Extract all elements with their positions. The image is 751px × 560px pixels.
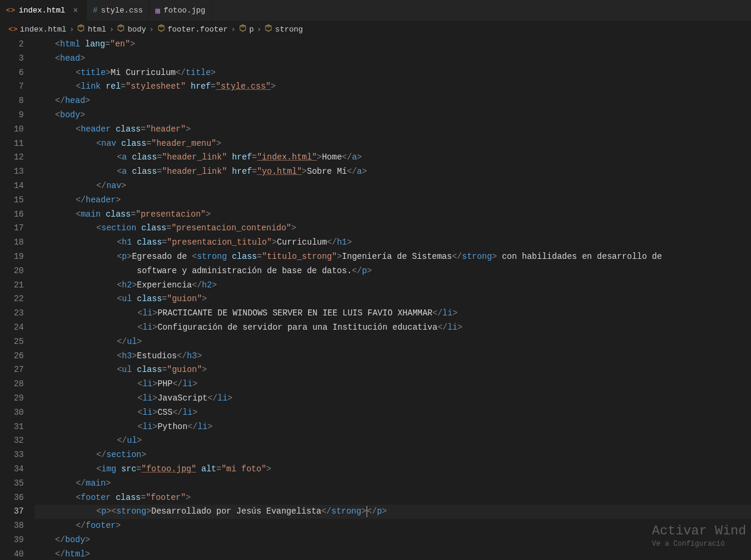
code-line: <li>CSS</li> [35,406,751,420]
line-number: 38 [0,519,24,533]
tab-bar: <> index.html × # style.css ▦ fotoo.jpg [0,0,751,21]
breadcrumb-item[interactable]: p [239,24,254,35]
code-line: </ul> [35,434,751,448]
line-number: 10 [0,123,24,137]
line-number: 39 [0,533,24,548]
tab-style-css[interactable]: # style.css [87,0,149,21]
code-line: <ul class="guion"> [35,292,751,306]
chevron-right-icon: › [70,25,74,34]
code-line: <li>PRACTICANTE DE WINDOWS SERVER EN IEE… [35,306,751,321]
line-number: 16 [0,208,24,222]
line-number: 27 [0,363,24,377]
code-line: </body> [35,533,751,548]
code-editor[interactable]: <html lang="en"> <head> <title>Mi Curric… [35,37,751,560]
code-line: </ul> [35,335,751,349]
tab-label: style.css [101,6,143,15]
code-line: </main> [35,477,751,491]
code-line: <li>PHP</li> [35,377,751,392]
breadcrumb[interactable]: <>index.html›html›body›footer.footer›p›s… [0,21,751,37]
chevron-right-icon: › [231,25,236,34]
code-icon: <> [6,6,15,15]
code-line: </head> [35,94,751,108]
code-line: <head> [35,52,751,66]
code-line: <a class="header_link" href="yo.html">So… [35,165,751,179]
line-number: 2 [0,37,24,52]
tab-fotoo-jpg[interactable]: ▦ fotoo.jpg [149,0,212,21]
breadcrumb-item[interactable]: html [77,24,106,35]
line-number: 19 [0,250,24,264]
line-number: 32 [0,434,24,448]
line-number: 37 [0,505,24,519]
line-number: 25 [0,335,24,349]
line-number: 21 [0,279,24,293]
line-number: 40 [0,548,24,560]
line-number: 15 [0,193,24,208]
code-line: </footer> [35,519,751,533]
code-line: <li>Configuración de servidor para una I… [35,321,751,335]
close-icon[interactable]: × [71,6,80,15]
code-line: <title>Mi Curriculum</title> [35,66,751,80]
breadcrumb-item[interactable]: <>index.html [8,25,67,34]
line-number: 3 [0,52,24,66]
code-line: <link rel="stylesheet" href="style.css"> [35,80,751,94]
code-line: <main class="presentacion"> [35,208,751,222]
breadcrumb-item[interactable]: strong [264,24,303,35]
code-line: <h3>Estudios</h3> [35,349,751,364]
code-line: <img src="fotoo.jpg" alt="mi foto"> [35,462,751,477]
line-number: 18 [0,236,24,250]
code-line: </nav> [35,179,751,193]
line-number: 35 [0,477,24,491]
hash-icon: # [93,6,98,15]
code-line: <header class="header"> [35,123,751,137]
code-line: <html lang="en"> [35,37,751,52]
image-icon: ▦ [155,6,160,15]
code-line: <li>JavaScript</li> [35,392,751,406]
code-line: <a class="header_link" href="index.html"… [35,151,751,165]
code-line: software y administración de base de dat… [35,264,751,279]
code-line: <p><strong>Desarrollado por Jesús Evange… [35,505,751,519]
line-number: 30 [0,406,24,420]
line-number: 7 [0,80,24,94]
tab-label: index.html [19,6,65,15]
code-icon: <> [8,25,18,34]
code-line: <h2>Experiencia</h2> [35,279,751,293]
code-line: <nav class="header_menu"> [35,137,751,151]
line-number: 11 [0,137,24,151]
line-number: 24 [0,321,24,335]
line-number: 9 [0,108,24,123]
code-line: <h1 class="presentacion_titulo">Curricul… [35,236,751,250]
breadcrumb-item[interactable]: body [117,24,146,35]
chevron-right-icon: › [257,25,262,34]
tab-label: fotoo.jpg [164,6,205,15]
line-number: 29 [0,392,24,406]
line-number: 28 [0,377,24,392]
chevron-right-icon: › [149,25,154,34]
line-number: 13 [0,165,24,179]
chevron-right-icon: › [109,25,114,34]
line-number: 33 [0,448,24,462]
tab-index-html[interactable]: <> index.html × [0,0,87,21]
code-line: </section> [35,448,751,462]
cube-icon [77,24,85,35]
code-line: <li>Python</li> [35,420,751,434]
line-number: 23 [0,306,24,321]
line-number: 31 [0,420,24,434]
code-line: </header> [35,193,751,208]
line-number: 14 [0,179,24,193]
cube-icon [117,24,125,35]
cube-icon [157,24,165,35]
code-line: <p>Egresado de <strong class="titulo_str… [35,250,751,264]
code-line: <body> [35,108,751,123]
cube-icon [264,24,273,35]
line-gutter: 2367891011121314151617181920212223242526… [0,37,35,560]
breadcrumb-item[interactable]: footer.footer [157,24,228,35]
line-number: 12 [0,151,24,165]
line-number: 20 [0,264,24,279]
code-line: </html> [35,548,751,560]
line-number: 8 [0,94,24,108]
code-line: <footer class="footer"> [35,491,751,505]
line-number: 22 [0,292,24,306]
line-number: 6 [0,66,24,80]
line-number: 34 [0,462,24,477]
line-number: 26 [0,349,24,364]
